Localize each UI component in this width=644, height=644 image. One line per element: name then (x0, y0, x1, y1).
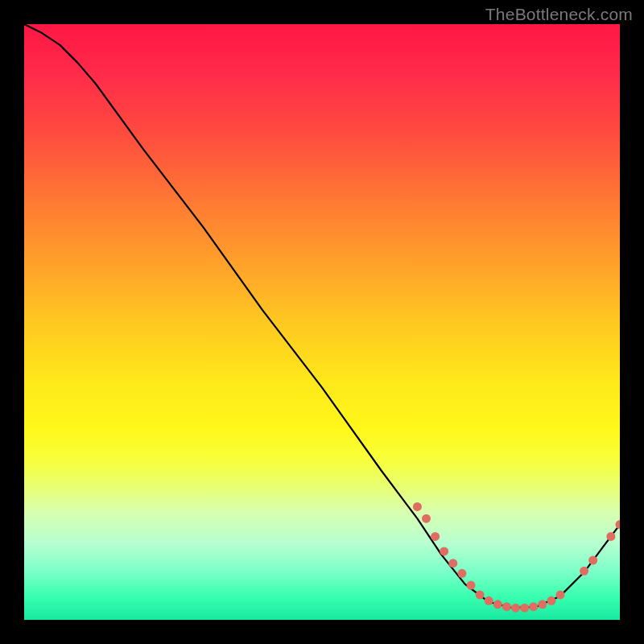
data-dot (422, 514, 431, 523)
data-dot (547, 597, 555, 605)
data-dot (511, 604, 520, 613)
data-dot (413, 502, 422, 511)
data-dot (580, 567, 588, 576)
watermark-text: TheBottleneck.com (485, 5, 633, 24)
data-dot (588, 556, 597, 565)
data-dot (476, 590, 485, 599)
data-dot (493, 600, 502, 609)
data-dot (606, 532, 615, 541)
data-dot (448, 559, 457, 568)
chart-svg (24, 24, 620, 620)
data-dot (431, 532, 440, 541)
data-dot (457, 569, 466, 578)
data-dot (616, 520, 621, 529)
bottleneck-curve (24, 24, 620, 608)
data-dot (529, 602, 538, 611)
chart-plot-area (24, 24, 620, 620)
data-dot (440, 547, 448, 555)
data-dot (520, 604, 529, 613)
data-dot (502, 602, 511, 611)
data-dot (538, 600, 547, 609)
data-dot (467, 581, 476, 590)
data-dot (485, 597, 493, 605)
data-dot (556, 590, 565, 599)
